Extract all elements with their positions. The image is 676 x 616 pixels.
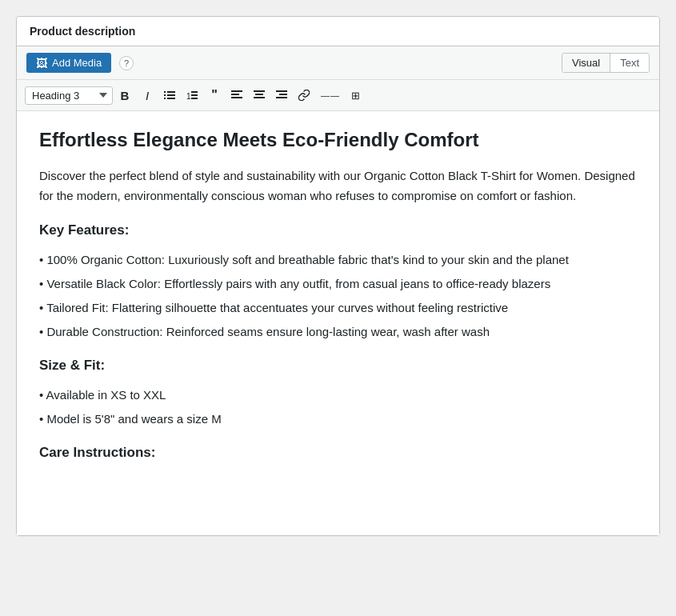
- ordered-list-button[interactable]: 1.: [182, 85, 202, 106]
- format-select[interactable]: Paragraph Heading 1 Heading 2 Heading 3 …: [25, 86, 113, 105]
- tab-text[interactable]: Text: [610, 54, 649, 72]
- more-button[interactable]: — —: [316, 85, 343, 106]
- add-media-label: Add Media: [52, 57, 102, 69]
- list-item: Versatile Black Color: Effortlessly pair…: [39, 274, 637, 294]
- features-list: 100% Organic Cotton: Luxuriously soft an…: [39, 250, 637, 342]
- panel-header: Product description: [17, 17, 659, 46]
- svg-rect-11: [231, 94, 239, 95]
- svg-rect-2: [164, 94, 166, 96]
- svg-rect-17: [279, 94, 287, 95]
- editor-top-bar: 🖼 Add Media ? Visual Text: [17, 46, 659, 80]
- intro-paragraph: Discover the perfect blend of style and …: [39, 166, 637, 206]
- svg-rect-4: [164, 98, 166, 99]
- svg-rect-14: [255, 94, 263, 95]
- list-item: Available in XS to XXL: [39, 386, 637, 405]
- bold-button[interactable]: B: [114, 85, 135, 106]
- blockquote-button[interactable]: ": [204, 85, 225, 106]
- svg-rect-18: [276, 97, 287, 98]
- list-item: Tailored Fit: Flattering silhouette that…: [39, 298, 637, 318]
- svg-rect-13: [254, 90, 265, 92]
- help-icon[interactable]: ?: [119, 56, 134, 70]
- add-media-button[interactable]: 🖼 Add Media: [26, 53, 111, 73]
- main-heading: Effortless Elegance Meets Eco-Friendly C…: [39, 127, 637, 152]
- view-tabs: Visual Text: [562, 53, 650, 73]
- svg-rect-5: [167, 98, 175, 99]
- product-description-panel: Product description 🖼 Add Media ? Visual…: [16, 16, 660, 536]
- svg-rect-10: [231, 90, 242, 92]
- align-center-button[interactable]: [249, 85, 270, 106]
- list-item: Model is 5'8" and wears a size M: [39, 410, 637, 429]
- fullscreen-button[interactable]: ⊞: [345, 85, 366, 106]
- unordered-list-button[interactable]: [159, 85, 180, 106]
- svg-rect-12: [231, 97, 242, 98]
- editor-wrap: 🖼 Add Media ? Visual Text Paragraph Head…: [17, 46, 659, 535]
- list-item: 100% Organic Cotton: Luxuriously soft an…: [39, 250, 637, 270]
- editor-content[interactable]: Effortless Elegance Meets Eco-Friendly C…: [17, 111, 659, 535]
- tab-visual[interactable]: Visual: [562, 54, 610, 72]
- svg-rect-1: [167, 91, 175, 93]
- features-heading: Key Features:: [39, 219, 637, 241]
- list-item: Durable Construction: Reinforced seams e…: [39, 322, 637, 342]
- align-left-button[interactable]: [226, 85, 247, 106]
- italic-button[interactable]: I: [137, 85, 158, 106]
- add-media-icon: 🖼: [36, 58, 47, 69]
- svg-rect-7: [191, 91, 198, 93]
- panel-title: Product description: [30, 25, 646, 38]
- link-button[interactable]: [294, 85, 314, 106]
- size-heading: Size & Fit:: [39, 354, 637, 376]
- svg-rect-15: [254, 97, 265, 98]
- svg-rect-8: [191, 94, 198, 96]
- svg-rect-3: [167, 94, 175, 96]
- align-right-button[interactable]: [271, 85, 292, 106]
- editor-top-left: 🖼 Add Media ?: [26, 53, 134, 73]
- svg-rect-16: [276, 90, 287, 92]
- svg-rect-0: [164, 91, 166, 93]
- care-heading: Care Instructions:: [39, 442, 637, 463]
- editor-toolbar: Paragraph Heading 1 Heading 2 Heading 3 …: [17, 80, 659, 111]
- svg-rect-9: [191, 98, 198, 99]
- size-list: Available in XS to XXL Model is 5'8" and…: [39, 386, 637, 429]
